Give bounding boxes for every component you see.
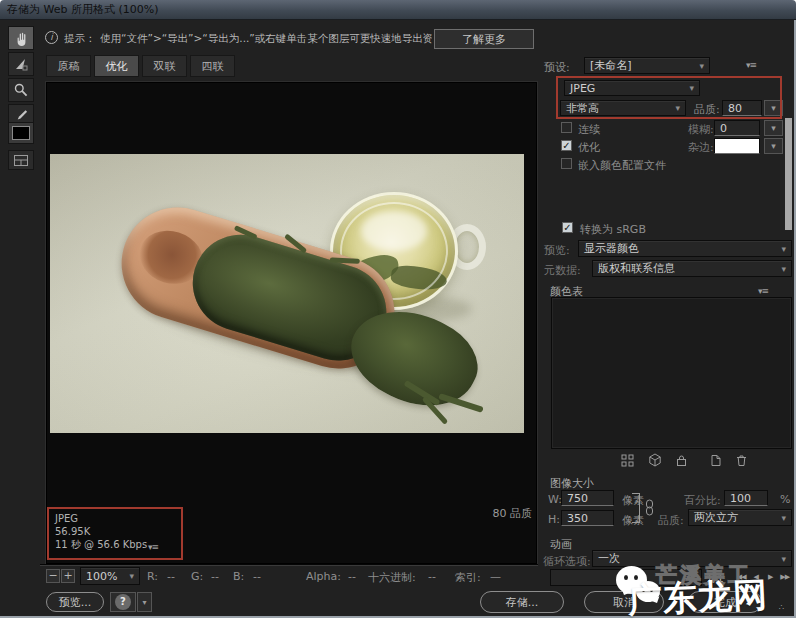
trash-icon[interactable]: [732, 452, 750, 468]
index-label: 索引:: [455, 570, 481, 585]
hex-label: 十六进制:: [368, 570, 416, 585]
window-title: 存储为 Web 所用格式 (100%): [7, 2, 159, 17]
zoom-in-button[interactable]: +: [61, 569, 75, 583]
color-table-menu-icon[interactable]: ▾≡: [758, 286, 768, 296]
zoom-level-select[interactable]: 100% ▾: [80, 567, 140, 585]
hand-tool-button[interactable]: [8, 26, 34, 50]
width-field[interactable]: 750: [561, 490, 614, 506]
cup-reflection: [361, 211, 427, 251]
chevron-down-icon: ▾: [129, 571, 134, 581]
animation-title: 动画: [550, 537, 572, 552]
preset-select[interactable]: [未命名] ▾: [584, 57, 710, 74]
matte-chevron[interactable]: ▾: [764, 138, 783, 154]
preview-in-browser-button[interactable]: 预览...: [46, 592, 104, 612]
metadata-label: 元数据:: [544, 263, 581, 278]
tab-optimized[interactable]: 优化: [94, 55, 139, 77]
percent-unit: %: [780, 493, 790, 506]
resample-label: 品质:: [658, 513, 684, 528]
hint-text: 使用“文件”>“导出”>“导出为...”或右键单击某个图层可更快速地导出资源: [100, 32, 432, 46]
watermark-brand-text: 广东龙网: [627, 572, 769, 624]
format-settings-highlight-box: [556, 76, 782, 119]
progressive-checkbox[interactable]: [561, 122, 572, 133]
save-for-web-dialog: 存储为 Web 所用格式 (100%) i 提示： 使用“文件”: [0, 0, 796, 624]
chevron-down-icon: ▾: [781, 554, 786, 564]
alpha-label: Alpha:: [306, 570, 341, 583]
blur-label: 模糊:: [688, 122, 714, 137]
tab-original[interactable]: 原稿: [46, 55, 91, 77]
percent-field[interactable]: 100: [724, 490, 768, 506]
web-shift-icon[interactable]: [618, 452, 636, 468]
image-size-title: 图像大小: [550, 476, 594, 491]
preview-quality-readout: 80 品质: [450, 506, 532, 521]
tab-2up[interactable]: 双联: [142, 55, 187, 77]
zoom-out-button[interactable]: −: [46, 569, 60, 583]
preset-label: 预设:: [544, 60, 570, 75]
chevron-down-icon: ▾: [781, 513, 786, 523]
browser-list-chevron[interactable]: ▾: [137, 592, 152, 612]
info-icon: i: [45, 31, 58, 44]
zoom-level-value: 100%: [86, 570, 117, 583]
metadata-select[interactable]: 版权和联系信息 ▾: [592, 260, 792, 277]
convert-srgb-checkbox[interactable]: ✓: [562, 222, 573, 233]
embed-profile-label: 嵌入颜色配置文件: [578, 158, 666, 173]
b-value: --: [253, 570, 261, 583]
percent-label: 百分比:: [684, 493, 721, 508]
tab-4up[interactable]: 四联: [190, 55, 235, 77]
b-label: B:: [233, 570, 244, 583]
blur-slider-chevron[interactable]: ▾: [764, 120, 783, 136]
dimension-bracket: [632, 493, 640, 523]
preset-value: [未命名]: [590, 58, 632, 73]
statusbar-divider: [40, 565, 538, 566]
matte-label: 杂边:: [688, 140, 714, 155]
loop-value: 一次: [598, 551, 620, 566]
loop-label: 循环选项:: [543, 554, 591, 569]
progressive-label: 连续: [578, 122, 600, 137]
g-value: --: [211, 570, 219, 583]
preview-image[interactable]: [50, 154, 524, 433]
height-label: H:: [548, 513, 560, 526]
slice-select-icon: [13, 56, 29, 72]
last-frame-button[interactable]: ▶▶: [778, 569, 793, 586]
matte-color-swatch[interactable]: [714, 138, 760, 154]
link-dimensions-icon[interactable]: [644, 499, 655, 520]
width-label: W:: [548, 493, 562, 506]
slices-visibility-icon: [13, 154, 29, 167]
hex-value: --: [428, 570, 436, 583]
preview-mode-value: 显示器颜色: [584, 241, 639, 256]
zoom-tool-button[interactable]: [8, 78, 34, 102]
convert-srgb-label: 转换为 sRGB: [580, 222, 646, 237]
optimized-checkbox[interactable]: ✓: [561, 140, 572, 151]
preview-mode-label: 预览:: [544, 243, 570, 258]
chevron-down-icon: ▾: [699, 61, 704, 71]
websafe-cube-icon[interactable]: [646, 452, 664, 468]
slice-select-tool-button[interactable]: [8, 52, 34, 76]
browser-select-button[interactable]: ?: [110, 592, 136, 612]
r-label: R:: [147, 570, 158, 583]
new-color-icon[interactable]: [706, 452, 724, 468]
blur-field[interactable]: 0: [714, 120, 760, 136]
resize-grip[interactable]: ∴: [779, 603, 791, 613]
save-button[interactable]: 存储...: [480, 591, 564, 613]
chevron-down-icon: ▾: [781, 264, 786, 274]
toggle-slices-visibility-button[interactable]: [8, 150, 34, 170]
resample-select[interactable]: 两次立方 ▾: [688, 509, 792, 526]
hand-icon: [13, 30, 29, 46]
browser-preview-icon: ?: [115, 594, 131, 610]
r-value: --: [167, 570, 175, 583]
panel-scrollbar[interactable]: [785, 118, 792, 230]
metadata-value: 版权和联系信息: [598, 261, 675, 276]
eyedropper-color-well[interactable]: [8, 122, 34, 144]
height-field[interactable]: 350: [561, 510, 614, 526]
embed-profile-checkbox[interactable]: [561, 158, 572, 169]
lock-color-icon[interactable]: [672, 452, 690, 468]
preset-panel-menu-icon[interactable]: ▾≡: [746, 60, 756, 70]
learn-more-button[interactable]: 了解更多: [434, 29, 534, 49]
color-table-well: [551, 297, 792, 449]
window-titlebar[interactable]: 存储为 Web 所用格式 (100%): [0, 0, 796, 20]
g-label: G:: [191, 570, 203, 583]
alpha-value: --: [348, 570, 356, 583]
resample-value: 两次立方: [694, 510, 738, 525]
preview-mode-select[interactable]: 显示器颜色 ▾: [578, 240, 792, 257]
eyedropper-color-swatch: [12, 126, 30, 140]
index-value: —: [490, 570, 501, 583]
